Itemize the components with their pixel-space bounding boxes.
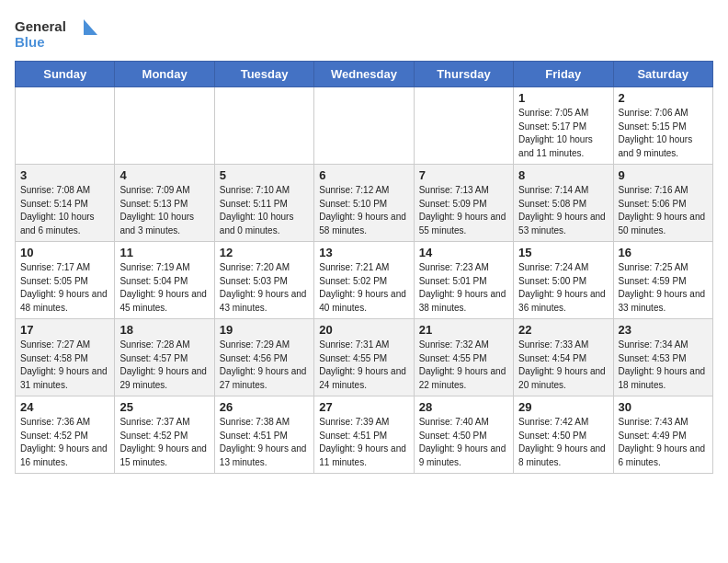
calendar-cell: 14Sunrise: 7:23 AMSunset: 5:01 PMDayligh… (414, 242, 513, 319)
calendar-cell: 21Sunrise: 7:32 AMSunset: 4:55 PMDayligh… (414, 319, 513, 396)
day-number: 1 (518, 91, 608, 105)
calendar-week-5: 24Sunrise: 7:36 AMSunset: 4:52 PMDayligh… (16, 396, 713, 474)
day-number: 13 (319, 246, 408, 259)
weekday-header-saturday: Saturday (613, 62, 712, 87)
calendar-cell: 19Sunrise: 7:29 AMSunset: 4:56 PMDayligh… (214, 319, 313, 396)
day-number: 19 (220, 323, 309, 337)
day-info: Sunrise: 7:36 AMSunset: 4:52 PMDaylight:… (20, 416, 109, 469)
day-number: 14 (419, 246, 508, 259)
day-info: Sunrise: 7:20 AMSunset: 5:03 PMDaylight:… (220, 261, 309, 315)
calendar-week-4: 17Sunrise: 7:27 AMSunset: 4:58 PMDayligh… (16, 319, 713, 396)
day-number: 15 (518, 246, 608, 259)
weekday-header-monday: Monday (115, 62, 214, 87)
day-number: 21 (419, 323, 508, 337)
calendar-cell: 29Sunrise: 7:42 AMSunset: 4:50 PMDayligh… (514, 396, 613, 474)
day-number: 2 (619, 91, 708, 105)
day-number: 8 (518, 168, 608, 182)
day-info: Sunrise: 7:09 AMSunset: 5:13 PMDaylight:… (119, 184, 209, 237)
calendar-cell (214, 87, 313, 165)
day-number: 12 (220, 246, 309, 259)
calendar-cell: 28Sunrise: 7:40 AMSunset: 4:50 PMDayligh… (414, 396, 513, 474)
day-number: 25 (119, 400, 209, 414)
calendar-cell: 10Sunrise: 7:17 AMSunset: 5:05 PMDayligh… (16, 242, 115, 319)
day-info: Sunrise: 7:12 AMSunset: 5:10 PMDaylight:… (319, 184, 408, 237)
day-info: Sunrise: 7:42 AMSunset: 4:50 PMDaylight:… (518, 416, 608, 469)
calendar-cell: 20Sunrise: 7:31 AMSunset: 4:55 PMDayligh… (314, 319, 414, 396)
day-info: Sunrise: 7:31 AMSunset: 4:55 PMDaylight:… (319, 339, 408, 392)
weekday-header-sunday: Sunday (16, 62, 115, 87)
day-info: Sunrise: 7:38 AMSunset: 4:51 PMDaylight:… (220, 416, 309, 469)
day-info: Sunrise: 7:37 AMSunset: 4:52 PMDaylight:… (119, 416, 209, 469)
day-number: 22 (518, 323, 608, 337)
day-info: Sunrise: 7:39 AMSunset: 4:51 PMDaylight:… (319, 416, 408, 469)
calendar-cell: 23Sunrise: 7:34 AMSunset: 4:53 PMDayligh… (613, 319, 712, 396)
calendar-cell: 3Sunrise: 7:08 AMSunset: 5:14 PMDaylight… (16, 165, 115, 242)
day-number: 17 (20, 323, 109, 337)
calendar-cell: 12Sunrise: 7:20 AMSunset: 5:03 PMDayligh… (214, 242, 313, 319)
day-info: Sunrise: 7:17 AMSunset: 5:05 PMDaylight:… (20, 261, 109, 315)
weekday-header-wednesday: Wednesday (314, 62, 414, 87)
calendar-cell: 22Sunrise: 7:33 AMSunset: 4:54 PMDayligh… (514, 319, 613, 396)
logo: General Blue (15, 15, 97, 52)
day-number: 30 (619, 400, 708, 414)
day-number: 26 (220, 400, 309, 414)
calendar-cell: 25Sunrise: 7:37 AMSunset: 4:52 PMDayligh… (115, 396, 214, 474)
calendar-table: SundayMondayTuesdayWednesdayThursdayFrid… (15, 61, 713, 474)
day-number: 23 (619, 323, 708, 337)
calendar-cell: 17Sunrise: 7:27 AMSunset: 4:58 PMDayligh… (16, 319, 115, 396)
day-info: Sunrise: 7:19 AMSunset: 5:04 PMDaylight:… (119, 261, 209, 315)
day-info: Sunrise: 7:34 AMSunset: 4:53 PMDaylight:… (619, 339, 708, 392)
day-info: Sunrise: 7:24 AMSunset: 5:00 PMDaylight:… (518, 261, 608, 315)
logo-svg: General Blue (15, 15, 97, 52)
day-number: 24 (20, 400, 109, 414)
day-number: 3 (20, 168, 109, 182)
calendar-cell: 7Sunrise: 7:13 AMSunset: 5:09 PMDaylight… (414, 165, 513, 242)
day-number: 29 (518, 400, 608, 414)
calendar-cell: 9Sunrise: 7:16 AMSunset: 5:06 PMDaylight… (613, 165, 712, 242)
calendar-cell: 6Sunrise: 7:12 AMSunset: 5:10 PMDaylight… (314, 165, 414, 242)
calendar-cell: 27Sunrise: 7:39 AMSunset: 4:51 PMDayligh… (314, 396, 414, 474)
day-number: 20 (319, 323, 408, 337)
day-info: Sunrise: 7:40 AMSunset: 4:50 PMDaylight:… (419, 416, 508, 469)
day-info: Sunrise: 7:05 AMSunset: 5:17 PMDaylight:… (518, 107, 608, 160)
day-number: 4 (119, 168, 209, 182)
day-info: Sunrise: 7:06 AMSunset: 5:15 PMDaylight:… (619, 107, 708, 160)
day-number: 16 (619, 246, 708, 259)
day-number: 7 (419, 168, 508, 182)
weekday-header-tuesday: Tuesday (214, 62, 313, 87)
calendar-week-3: 10Sunrise: 7:17 AMSunset: 5:05 PMDayligh… (16, 242, 713, 319)
day-info: Sunrise: 7:13 AMSunset: 5:09 PMDaylight:… (419, 184, 508, 237)
day-number: 10 (20, 246, 109, 259)
calendar-cell (414, 87, 513, 165)
day-info: Sunrise: 7:16 AMSunset: 5:06 PMDaylight:… (619, 184, 708, 237)
day-number: 9 (619, 168, 708, 182)
day-number: 5 (220, 168, 309, 182)
calendar-cell: 8Sunrise: 7:14 AMSunset: 5:08 PMDaylight… (514, 165, 613, 242)
calendar-cell (314, 87, 414, 165)
day-info: Sunrise: 7:43 AMSunset: 4:49 PMDaylight:… (619, 416, 708, 469)
weekday-header-friday: Friday (514, 62, 613, 87)
day-number: 18 (119, 323, 209, 337)
calendar-cell: 24Sunrise: 7:36 AMSunset: 4:52 PMDayligh… (16, 396, 115, 474)
calendar-cell: 26Sunrise: 7:38 AMSunset: 4:51 PMDayligh… (214, 396, 313, 474)
calendar-cell: 2Sunrise: 7:06 AMSunset: 5:15 PMDaylight… (613, 87, 712, 165)
calendar-cell: 13Sunrise: 7:21 AMSunset: 5:02 PMDayligh… (314, 242, 414, 319)
day-number: 28 (419, 400, 508, 414)
day-info: Sunrise: 7:27 AMSunset: 4:58 PMDaylight:… (20, 339, 109, 392)
calendar-cell: 30Sunrise: 7:43 AMSunset: 4:49 PMDayligh… (613, 396, 712, 474)
calendar-cell: 16Sunrise: 7:25 AMSunset: 4:59 PMDayligh… (613, 242, 712, 319)
day-info: Sunrise: 7:32 AMSunset: 4:55 PMDaylight:… (419, 339, 508, 392)
weekday-header-thursday: Thursday (414, 62, 513, 87)
day-info: Sunrise: 7:08 AMSunset: 5:14 PMDaylight:… (20, 184, 109, 237)
page-header: General Blue (15, 15, 713, 52)
day-info: Sunrise: 7:14 AMSunset: 5:08 PMDaylight:… (518, 184, 608, 237)
logo-blue-text: Blue (15, 34, 45, 50)
calendar-cell (16, 87, 115, 165)
calendar-cell: 15Sunrise: 7:24 AMSunset: 5:00 PMDayligh… (514, 242, 613, 319)
day-info: Sunrise: 7:25 AMSunset: 4:59 PMDaylight:… (619, 261, 708, 315)
logo-general-text: General (15, 18, 66, 34)
calendar-cell: 4Sunrise: 7:09 AMSunset: 5:13 PMDaylight… (115, 165, 214, 242)
day-info: Sunrise: 7:10 AMSunset: 5:11 PMDaylight:… (220, 184, 309, 237)
day-number: 11 (119, 246, 209, 259)
calendar-cell: 11Sunrise: 7:19 AMSunset: 5:04 PMDayligh… (115, 242, 214, 319)
